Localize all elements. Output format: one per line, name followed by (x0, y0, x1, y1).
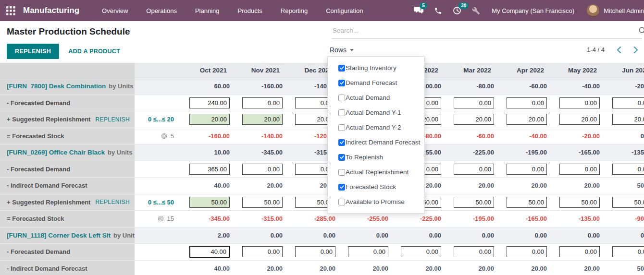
row-indirect: - Indirect Demand Forecast40.0020.0020.0… (0, 261, 644, 275)
checkbox-checked[interactable] (338, 139, 345, 146)
demand-input[interactable] (242, 246, 283, 257)
demand-input[interactable] (507, 164, 547, 175)
checkbox-unchecked[interactable] (338, 109, 345, 116)
topbar-menu-configuration[interactable]: Configuration (317, 0, 372, 21)
demand-input[interactable] (242, 97, 283, 108)
product-code-and-name[interactable]: [FURN_1118] Corner Desk Left Sit (7, 232, 111, 239)
demand-input[interactable] (295, 246, 335, 257)
replenish-input[interactable] (242, 197, 283, 208)
demand-input[interactable] (612, 97, 644, 108)
demand-input[interactable] (454, 97, 494, 108)
demand-input[interactable] (612, 246, 644, 257)
rows-menu-item-demand-forecast[interactable]: Demand Forecast (328, 75, 424, 90)
value-cell: -160.00 (181, 128, 234, 145)
activities-badge: 30 (458, 2, 469, 9)
checkbox-checked[interactable] (338, 80, 345, 86)
product-code-and-name[interactable]: [FURN_7800] Desk Combination (7, 83, 106, 90)
topbar-menu-products[interactable]: Products (229, 0, 272, 21)
replenish-input[interactable] (189, 197, 230, 208)
checkbox-unchecked[interactable] (338, 199, 345, 205)
replenish-button[interactable]: REPLENISH (7, 44, 59, 59)
user-avatar[interactable] (587, 4, 599, 17)
topbar-menu-operations[interactable]: Operations (137, 0, 186, 21)
input-cell (392, 244, 445, 261)
demand-input[interactable] (242, 164, 283, 175)
rows-menu-item-actual-demand-y-2[interactable]: Actual Demand Y-2 (328, 120, 424, 135)
phone-icon[interactable] (434, 7, 442, 15)
row-label-cell: - Forecasted Demand (0, 244, 135, 261)
checkbox-checked[interactable] (338, 65, 345, 72)
search-input[interactable] (332, 25, 642, 39)
demand-input[interactable] (401, 246, 441, 257)
rows-menu-item-forecasted-stock[interactable]: Forecasted Stock (328, 179, 424, 194)
topbar-menu-reporting[interactable]: Reporting (272, 0, 317, 21)
add-product-button[interactable]: ADD A PRODUCT (68, 48, 120, 55)
replenish-input[interactable] (507, 114, 547, 125)
debug-wrench-icon[interactable] (472, 7, 480, 15)
rows-menu-item-indirect-demand-forecast[interactable]: Indirect Demand Forecast (328, 135, 424, 150)
replenish-input[interactable] (242, 114, 283, 125)
demand-input[interactable] (559, 164, 600, 175)
checkbox-unchecked[interactable] (338, 124, 345, 131)
demand-input[interactable] (189, 164, 230, 175)
replenish-input[interactable] (612, 114, 644, 125)
replenish-input[interactable] (507, 197, 547, 208)
value-cell: 0.00 (551, 227, 604, 244)
checkbox-unchecked[interactable] (338, 169, 345, 176)
demand-input[interactable] (454, 164, 494, 175)
value-cell: 20.00 (445, 261, 498, 275)
demand-input[interactable] (189, 246, 230, 258)
product-meta-cell (135, 144, 181, 161)
demand-input[interactable] (189, 97, 230, 108)
value-cell: -40.00 (551, 78, 604, 95)
checkbox-checked[interactable] (338, 184, 345, 191)
demand-input[interactable] (507, 246, 547, 257)
rows-menu-item-actual-demand-y-1[interactable]: Actual Demand Y-1 (328, 105, 424, 120)
user-name[interactable]: Mitchell Admin (604, 7, 644, 14)
topbar-menu-planning[interactable]: Planning (186, 0, 229, 21)
row-replenish-link[interactable]: REPLENISH (95, 199, 130, 205)
input-cell (604, 95, 644, 112)
pager-next-icon[interactable] (633, 47, 638, 53)
value-cell: -140.00 (234, 128, 286, 145)
demand-input[interactable] (348, 246, 388, 257)
checkbox-unchecked[interactable] (338, 95, 345, 101)
row-label: + Suggested Replenishment (7, 116, 90, 123)
value-cell: -165.00 (551, 144, 604, 161)
input-cell (551, 161, 604, 178)
row-meta-cell (135, 244, 181, 261)
replenish-input[interactable] (559, 114, 600, 125)
app-name[interactable]: Manufacturing (23, 6, 79, 15)
search-icon[interactable] (638, 26, 644, 37)
demand-input[interactable] (454, 246, 494, 257)
checkbox-checked[interactable] (338, 154, 345, 161)
input-cell (234, 244, 286, 261)
rows-menu-item-actual-replenishment[interactable]: Actual Replenishment (328, 165, 424, 179)
activities-clock-icon[interactable]: 30 (453, 6, 461, 15)
demand-input[interactable] (559, 246, 600, 257)
replenish-input[interactable] (454, 114, 494, 125)
pager-previous-icon[interactable] (617, 47, 621, 53)
replenish-input[interactable] (612, 197, 644, 208)
demand-input[interactable] (612, 164, 644, 175)
main-menu: OverviewOperationsPlanningProductsReport… (93, 0, 372, 21)
rows-menu-item-actual-demand[interactable]: Actual Demand (328, 90, 424, 105)
rows-menu-item-starting-inventory[interactable]: Starting Inventory (328, 60, 424, 75)
product-code-and-name[interactable]: [FURN_0269] Office Chair Black (7, 149, 105, 156)
messages-badge: 5 (420, 2, 427, 9)
apps-grid-icon[interactable] (6, 6, 15, 15)
replenish-input[interactable] (454, 197, 494, 208)
company-switcher[interactable]: My Company (San Francisco) (492, 7, 574, 14)
topbar-menu-overview[interactable]: Overview (93, 0, 137, 21)
demand-input[interactable] (507, 97, 547, 108)
row-replenish-link[interactable]: REPLENISH (95, 116, 130, 123)
rows-dropdown-toggle[interactable]: Rows (330, 46, 354, 54)
rows-menu-item-available-to-promise[interactable]: Available to Promise (328, 194, 424, 209)
value-cell: 20.00 (392, 261, 445, 275)
demand-input[interactable] (559, 97, 600, 108)
replenish-input[interactable] (559, 197, 600, 208)
replenish-input[interactable] (189, 114, 230, 125)
value-cell: 2.00 (181, 227, 234, 244)
messages-icon[interactable]: 5 (414, 6, 423, 15)
rows-menu-item-to-replenish[interactable]: To Replenish (328, 150, 424, 165)
